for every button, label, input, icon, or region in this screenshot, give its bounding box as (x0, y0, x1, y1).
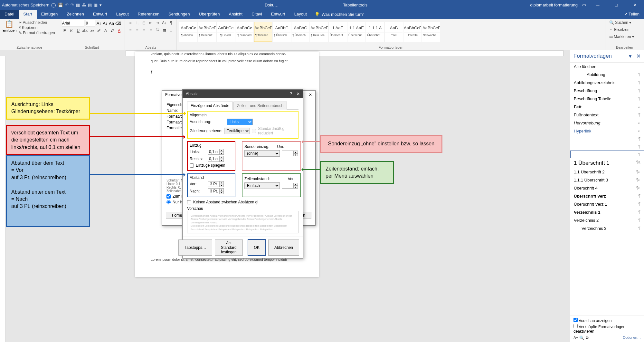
style-gallery-item[interactable]: AaBbCc¶ Abbildu… (179, 22, 197, 42)
minimize-button[interactable]: — (591, 0, 605, 10)
only-this-doc-radio[interactable] (166, 200, 171, 204)
tab-start[interactable]: Start (19, 10, 36, 19)
style-list-item[interactable]: Verzeichnis 1¶ (570, 208, 644, 216)
style-list-item[interactable]: Beschriftung¶ (570, 87, 644, 95)
font-size-input[interactable] (86, 20, 95, 26)
style-gallery-item[interactable]: AaBbCc¶ Standard (235, 22, 253, 42)
find-button[interactable]: 🔍 Suchen ▾ (608, 20, 641, 25)
align-right-icon[interactable]: ≡ (141, 27, 147, 33)
style-list-item[interactable]: Abbildung¶ (570, 71, 644, 79)
qat-icon[interactable]: ▾ (99, 3, 102, 7)
spin-up-icon[interactable]: ▴ (293, 151, 298, 153)
redo-icon[interactable]: ↷ (71, 3, 74, 7)
replace-button[interactable]: ↔ Ersetzen (608, 27, 641, 32)
style-list-item[interactable]: Beschriftung Tabelle¶ (570, 95, 644, 103)
underline-button[interactable]: U (75, 28, 81, 34)
pane-options-icon[interactable]: ▾ (629, 53, 632, 59)
line-spacing-icon[interactable]: ⇅ (155, 27, 160, 33)
tab-references[interactable]: Referenzen (133, 10, 164, 19)
indent-left-input[interactable] (208, 149, 219, 155)
shrink-font-icon[interactable]: A↓ (103, 21, 108, 26)
search-text[interactable]: diplomarbeit formatierung (530, 3, 578, 7)
style-gallery-item[interactable]: AaBbCc¶ LitVerz (217, 22, 235, 42)
tab-indents-spacing[interactable]: Einzüge und Abstände (187, 102, 233, 110)
close-button[interactable]: ✕ (628, 0, 642, 10)
tab-table-layout[interactable]: Layout (290, 10, 311, 19)
set-default-button[interactable]: Als Standard festlegen (215, 239, 243, 256)
text-effects-icon[interactable]: A (103, 28, 109, 34)
style-list-item[interactable]: Verzeichnis 2¶ (570, 216, 644, 224)
special-indent-by-input[interactable] (282, 151, 293, 156)
change-case-icon[interactable]: Aa (109, 21, 114, 26)
qat-icon[interactable]: ▦ (94, 3, 98, 7)
options-link[interactable]: Optionen… (623, 336, 641, 340)
manage-styles-icon[interactable]: ⚙ (585, 336, 589, 340)
style-list-item[interactable]: Hyperlinka (570, 127, 644, 135)
spin-down-icon[interactable]: ▾ (219, 152, 224, 155)
tab-citavi[interactable]: Citavi (247, 10, 267, 19)
borders-icon[interactable]: ⊞ (168, 27, 174, 33)
style-list-item[interactable]: ¶ (570, 143, 644, 151)
indent-dec-icon[interactable]: ⇤ (148, 20, 154, 26)
line-spacing-select[interactable]: Einfach (244, 182, 280, 189)
qat-icon[interactable]: ▤ (88, 3, 92, 7)
tab-review[interactable]: Überprüfen (194, 10, 224, 19)
tab-file[interactable]: Datei (0, 10, 19, 19)
style-list-item[interactable]: 1.1 Überschrift 2¶a (570, 168, 644, 176)
format-painter-button[interactable]: ✎ Format übertragen (17, 30, 56, 35)
shading-icon[interactable]: ▦ (161, 27, 167, 33)
numbering-icon[interactable]: ⒈ (134, 20, 140, 26)
copy-button[interactable]: ⎘ Kopieren (17, 25, 56, 30)
subscript-button[interactable]: x₂ (89, 28, 95, 34)
style-gallery-item[interactable]: AaBbCcDd¶ Kein Lee… (310, 22, 328, 42)
autosave-switch[interactable]: ◯ (51, 3, 56, 7)
style-list-item[interactable]: ¶ (570, 135, 644, 143)
multilevel-icon[interactable]: ⊟ (141, 20, 147, 26)
space-after-input[interactable] (208, 188, 219, 194)
spin-up-icon[interactable]: ▴ (293, 183, 298, 186)
style-gallery-item[interactable]: AaBbC¶ Übersch… (291, 22, 309, 42)
tab-insert[interactable]: Einfügen (37, 10, 62, 19)
cut-button[interactable]: ✂ Ausschneiden (17, 20, 56, 25)
tab-mailings[interactable]: Sendungen (164, 10, 194, 19)
undo-icon[interactable]: ↶ (65, 3, 69, 7)
tab-layout[interactable]: Layout (112, 10, 133, 19)
indent-right-input[interactable] (208, 156, 219, 162)
tabstops-button[interactable]: Tabstopps… (178, 239, 212, 256)
styles-list[interactable]: Alle löschenAbbildung¶Abbildungsverzeich… (570, 63, 644, 316)
dialog-title[interactable]: Absatz ?✕ (183, 90, 303, 98)
special-indent-select[interactable]: (ohne) (244, 150, 280, 157)
styles-gallery[interactable]: AaBbCc¶ Abbildu…AaBbCcDd¶ Beschrift…AaBb… (179, 20, 602, 45)
share-button[interactable]: ↗ Teilen (620, 10, 644, 19)
spin-up-icon[interactable]: ▴ (219, 181, 224, 184)
close-icon[interactable]: ✕ (297, 92, 300, 96)
space-before-input[interactable] (208, 181, 219, 187)
paste-button[interactable]: 📋Einfügen (3, 20, 15, 45)
style-list-item[interactable]: 1.1.1 Überschrift 3¶a (570, 176, 644, 184)
hide-linked-checkbox[interactable]: Verknüpfte Formatvorlagen deaktivieren (573, 324, 641, 334)
save-icon[interactable]: 💾 (58, 3, 63, 7)
outline-level-select[interactable]: Textkörper (224, 128, 250, 134)
italic-button[interactable]: K (69, 28, 74, 34)
style-inspector-icon[interactable]: 🔍 (579, 336, 584, 340)
strike-button[interactable]: abc (82, 28, 88, 34)
style-list-item[interactable]: Überschrift 4¶a (570, 184, 644, 192)
tab-view[interactable]: Ansicht (224, 10, 247, 19)
style-list-item[interactable]: Überschrift Verz¶ (570, 192, 644, 200)
style-gallery-item[interactable]: 1 AaEÜberschrif… (329, 22, 347, 42)
style-list-item[interactable]: ¶ (570, 151, 644, 158)
cancel-button[interactable]: Abbrechen (268, 239, 299, 256)
add-to-template-checkbox[interactable] (166, 194, 171, 199)
spin-down-icon[interactable]: ▾ (293, 153, 298, 156)
maximize-button[interactable]: ▢ (609, 0, 623, 10)
clear-format-icon[interactable]: ⌫ (115, 21, 121, 26)
spin-down-icon[interactable]: ▾ (293, 186, 298, 189)
superscript-button[interactable]: x² (96, 28, 102, 34)
no-space-same-style-checkbox[interactable] (187, 200, 191, 204)
new-style-icon[interactable]: A+ (573, 336, 578, 340)
font-name-input[interactable] (62, 20, 84, 26)
style-list-item[interactable]: Überschrift Verz 1¶ (570, 200, 644, 208)
spin-up-icon[interactable]: ▴ (219, 188, 224, 191)
sort-icon[interactable]: A↓ (161, 20, 167, 26)
style-list-item[interactable]: Verzeichnis 3¶ (570, 224, 644, 232)
